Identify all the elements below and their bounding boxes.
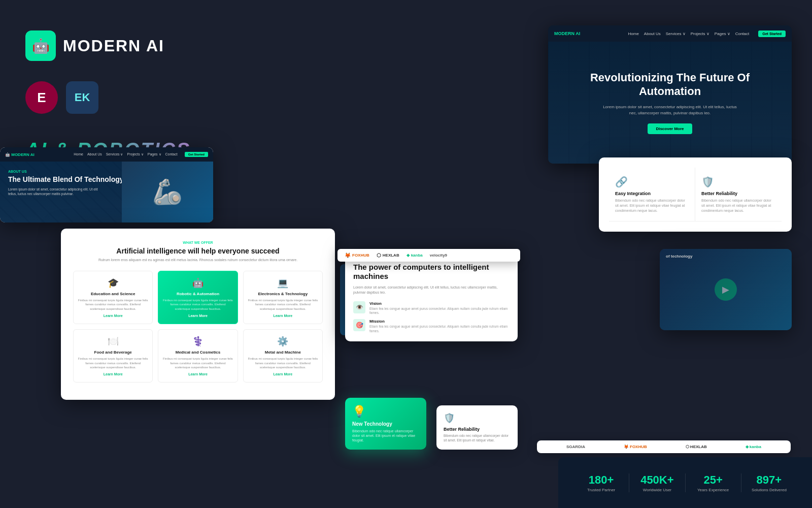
education-icon: 🎓 — [78, 277, 148, 289]
partners-strip: SGARDIA 🦊FOXHUB ⬡HEXLAB ◈kanba — [537, 440, 791, 453]
integration-desc: Bibendum odo nec ratique ullamcorper dol… — [615, 198, 689, 213]
partner-velocity: velocity9 — [430, 253, 447, 258]
video-label: of technology — [666, 254, 786, 259]
features-grid: 🔗 Easy Integration Bibendum odo nec rati… — [609, 168, 782, 221]
foxhub-icon: 🦊 — [345, 252, 351, 258]
vision-icon: 👁️ — [353, 301, 365, 313]
stat-worldwide: 450K+ Worldwide User — [629, 473, 685, 492]
electronics-desc: Finibus mi consequat turpis ligula integ… — [248, 298, 318, 311]
stats-bar: 180+ Trusted Partner 450K+ Worldwide Use… — [558, 457, 812, 508]
hero-nav-cta[interactable]: Get Started — [758, 30, 786, 37]
hero-bg: Revolutionizing The Future Of Automation… — [548, 42, 792, 164]
about-screenshot: 🤖 MODERN AI Home About Us Services ∨ Pro… — [0, 147, 213, 223]
electronics-icon: 💻 — [248, 277, 318, 289]
service-card-education[interactable]: 🎓 Education and Science Finibus mi conse… — [73, 271, 153, 324]
robotics-desc: Finibus mi consequat turpis ligula integ… — [162, 298, 233, 311]
education-link[interactable]: Learn More — [78, 314, 148, 318]
reliability-card: 🛡️ Better Reliability Bibendum odo nec r… — [436, 405, 518, 450]
new-tech-desc: Bibendum odo nec ratique ullamcorper dol… — [352, 429, 419, 442]
vision-desc: Etiam fea les congue augue amet purus co… — [369, 307, 510, 315]
food-link[interactable]: Learn More — [78, 372, 148, 376]
partner2-foxhub: 🦊FOXHUB — [624, 444, 647, 449]
about-hero: ABOUT US The Ultimate Blend Of Technolog… — [0, 162, 213, 223]
metal-link[interactable]: Learn More — [248, 372, 318, 376]
plugin-badges: E EK — [25, 81, 259, 114]
service-card-food[interactable]: 🍽️ Food and Beverage Finibus mi consequa… — [73, 329, 153, 383]
partner2-sgardia: SGARDIA — [566, 444, 585, 449]
medical-name: Medical and Cosmetics — [162, 350, 233, 355]
hexlab-icon: ⬡ — [377, 252, 381, 258]
about-robot-img: 🦾 — [122, 162, 213, 223]
electronics-name: Electronics & Technology — [248, 292, 318, 296]
video-card[interactable]: of technology ▶ — [660, 249, 792, 330]
hero-title: Revolutionizing The Future Of Automation — [558, 71, 782, 98]
new-tech-icon: 💡 — [352, 405, 419, 418]
medical-link[interactable]: Learn More — [162, 372, 233, 376]
partner-hexlab: ⬡ HEXLAB — [377, 252, 399, 258]
robotics-link[interactable]: Learn More — [162, 314, 233, 318]
culture-title: The power of computers to intelligent ma… — [353, 263, 510, 281]
features-screenshot: 🔗 Easy Integration Bibendum odo nec rati… — [599, 157, 792, 232]
food-icon: 🍽️ — [78, 336, 148, 347]
hero-screenshot: MODERN AI Home About Us Services ∨ Proje… — [548, 25, 792, 164]
hero-cta-btn[interactable]: Discover More — [648, 123, 692, 134]
reliability-title-feat: Better Reliability — [701, 191, 775, 196]
integration-title: Easy Integration — [615, 191, 689, 196]
hero-nav-logo: MODERN AI — [554, 31, 580, 36]
stat-solutions-label: Solutions Delivered — [747, 488, 792, 492]
about-body: Lorem ipsum dolor sit amet, consectetur … — [8, 187, 99, 196]
culture-vision: 👁️ Vision Etiam fea les congue augue ame… — [353, 301, 510, 315]
feature-easy-integration: 🔗 Easy Integration Bibendum odo nec rati… — [609, 168, 695, 221]
reliability-icon-feat: 🛡️ — [701, 176, 775, 188]
mission-title: Mission — [369, 319, 510, 324]
partner2-hexlab: ⬡HEXLAB — [686, 444, 707, 449]
stat-years-num: 25+ — [691, 473, 736, 487]
about-nav-cta[interactable]: Get Started — [185, 152, 208, 157]
reliability-card-icon: 🛡️ — [444, 412, 511, 424]
robotics-name: Robotic & Automation — [162, 292, 233, 296]
stat-trusted-label: Trusted Partner — [579, 488, 624, 492]
feature-better-reliability: 🛡️ Better Reliability Bibendum odo nec r… — [695, 168, 782, 221]
service-card-medical[interactable]: ⚕️ Medical and Cosmetics Finibus mi cons… — [158, 329, 238, 383]
stat-trusted-num: 180+ — [579, 473, 624, 487]
brand-logo: 🤖 MODERN AI — [25, 30, 259, 61]
culture-mission: 🎯 Mission Etiam fea les congue augue ame… — [353, 319, 510, 333]
partners-bar: 🦊 FOXHUB ⬡ HEXLAB ◈ kanba velocity9 — [337, 249, 520, 262]
reliability-desc-feat: Bibendum odo nec ratique ullamcorper dol… — [701, 198, 775, 213]
medical-icon: ⚕️ — [162, 336, 233, 347]
integration-icon: 🔗 — [615, 176, 689, 188]
food-name: Food and Beverage — [78, 350, 148, 355]
logo-icon: 🤖 — [25, 30, 56, 61]
vision-title: Vision — [369, 301, 510, 306]
services-label: WHAT WE OFFER — [73, 241, 323, 244]
metal-name: Metal and Machine — [248, 350, 318, 355]
stat-years-label: Years Experience — [691, 488, 736, 492]
electronics-link[interactable]: Learn More — [248, 314, 318, 318]
brand-name: MODERN AI — [63, 37, 164, 55]
new-tech-title: New Technology — [352, 421, 419, 427]
education-name: Education and Science — [78, 292, 148, 296]
stat-worldwide-num: 450K+ — [634, 473, 680, 487]
hero-body: Lorem ipsum dolor sit amet, consectetur … — [599, 104, 741, 116]
metal-desc: Finibus mi consequat turpis ligula integ… — [248, 357, 318, 369]
stat-solutions: 897+ Solutions Delivered — [741, 473, 797, 492]
stat-years: 25+ Years Experience — [686, 473, 741, 492]
hero-nav-links: Home About Us Services ∨ Projects ∨ Page… — [628, 31, 750, 36]
service-card-metal[interactable]: ⚙️ Metal and Machine Finibus mi consequa… — [243, 329, 323, 383]
elementor-badge: E — [25, 81, 58, 114]
services-title: Artificial intelligence will help everyo… — [73, 246, 323, 256]
partner-kanba: ◈ kanba — [407, 253, 423, 258]
education-desc: Finibus mi consequat turpis ligula integ… — [78, 298, 148, 311]
service-card-electronics[interactable]: 💻 Electronics & Technology Finibus mi co… — [243, 271, 323, 324]
stat-solutions-num: 897+ — [747, 473, 792, 487]
culture-desc: Lorem dolor sit amet, consectetur adipis… — [353, 285, 510, 295]
food-desc: Finibus mi consequat turpis ligula integ… — [78, 357, 148, 369]
metal-icon: ⚙️ — [248, 336, 318, 347]
robotics-icon: 🤖 — [162, 277, 233, 289]
about-nav-links: Home About Us Services ∨ Projects ∨ Page… — [74, 152, 177, 156]
hero-nav: MODERN AI Home About Us Services ∨ Proje… — [548, 25, 792, 42]
new-technology-card: 💡 New Technology Bibendum odo nec ratiqu… — [345, 398, 426, 450]
reliability-card-desc: Bibendum odo nec ratique ullamcorper dol… — [444, 434, 511, 442]
service-card-robotics[interactable]: 🤖 Robotic & Automation Finibus mi conseq… — [158, 271, 238, 324]
stat-worldwide-label: Worldwide User — [634, 488, 680, 492]
